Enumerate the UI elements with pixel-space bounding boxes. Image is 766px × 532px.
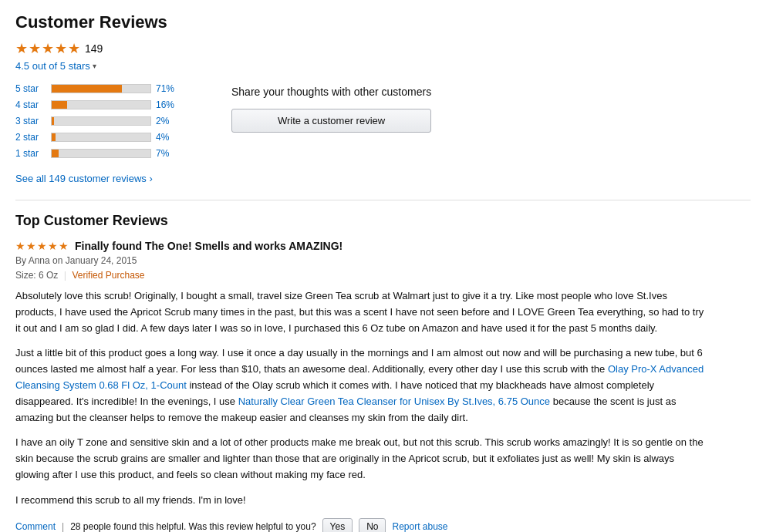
review-footer: Comment | 28 people found this helpful. … bbox=[15, 518, 710, 532]
star-1: ★ bbox=[15, 40, 28, 57]
review-meta: By Anna on January 24, 2015 bbox=[15, 255, 710, 266]
bar-fill-2star bbox=[52, 133, 56, 141]
see-all-reviews-link[interactable]: See all 149 customer reviews › bbox=[15, 173, 153, 184]
histogram-label-1star[interactable]: 1 star bbox=[15, 148, 46, 159]
review-title-row: ★ ★ ★ ★ ★ Finally found The One! Smells … bbox=[15, 240, 710, 252]
review-block: ★ ★ ★ ★ ★ Finally found The One! Smells … bbox=[15, 240, 710, 532]
helpful-text: 28 people found this helpful. Was this r… bbox=[70, 521, 316, 532]
histogram-label-3star[interactable]: 3 star bbox=[15, 116, 46, 126]
write-review-panel: Share your thoughts with other customers… bbox=[231, 82, 431, 184]
histogram-row-4: 4 star 16% bbox=[15, 99, 185, 111]
review-star-5: ★ bbox=[59, 240, 69, 252]
bar-container-1star bbox=[51, 149, 151, 158]
bar-container-4star bbox=[51, 100, 151, 109]
bar-fill-1star bbox=[52, 150, 59, 157]
histogram-row-2: 2 star 4% bbox=[15, 131, 185, 143]
bar-fill-5star bbox=[52, 85, 122, 93]
rating-summary: ★ ★ ★ ★ ★ 149 bbox=[15, 40, 751, 57]
histogram-row-1: 1 star 7% bbox=[15, 147, 185, 160]
bar-fill-4star bbox=[52, 101, 67, 109]
rating-count: 149 bbox=[85, 42, 103, 55]
verified-purchase-badge: Verified Purchase bbox=[72, 270, 144, 281]
rating-text-label: 4.5 out of 5 stars bbox=[15, 60, 90, 72]
histogram-row-3: 3 star 2% bbox=[15, 115, 185, 127]
review-star-3: ★ bbox=[37, 240, 47, 252]
star-3: ★ bbox=[42, 40, 54, 57]
review-star-1: ★ bbox=[15, 240, 25, 252]
bar-container-5star bbox=[51, 84, 151, 93]
histogram-label-4star[interactable]: 4 star bbox=[15, 99, 46, 110]
review-paragraph-1: Absolutely love this scrub! Originally, … bbox=[15, 288, 710, 336]
bar-percent-2star[interactable]: 4% bbox=[156, 132, 177, 143]
histogram-row-5: 5 star 71% bbox=[15, 82, 185, 95]
bar-percent-3star[interactable]: 2% bbox=[156, 116, 177, 126]
review-title: Finally found The One! Smells and works … bbox=[75, 240, 343, 252]
share-thoughts-text: Share your thoughts with other customers bbox=[231, 86, 431, 98]
star-4: ★ bbox=[55, 40, 67, 57]
bar-percent-1star[interactable]: 7% bbox=[156, 148, 177, 159]
review-paragraph-4: I recommend this scrub to all my friends… bbox=[15, 493, 710, 509]
review-paragraph-3: I have an oily T zone and sensitive skin… bbox=[15, 435, 710, 483]
review-date: January 24, 2015 bbox=[66, 255, 137, 266]
reviews-layout: 5 star 71% 4 star 16% 3 star 2% 2 star bbox=[15, 82, 751, 184]
histogram-label-2star[interactable]: 2 star bbox=[15, 132, 46, 143]
review-author: Anna bbox=[29, 255, 50, 266]
comment-link[interactable]: Comment bbox=[15, 521, 56, 532]
review-meta-detail: Size: 6 Oz | Verified Purchase bbox=[15, 269, 710, 281]
bar-percent-5star[interactable]: 71% bbox=[156, 83, 177, 94]
report-abuse-link[interactable]: Report abuse bbox=[392, 521, 447, 532]
no-button[interactable]: No bbox=[359, 518, 386, 532]
bar-container-3star bbox=[51, 116, 151, 126]
product-link-1[interactable]: Olay Pro-X Advanced Cleansing System 0.6… bbox=[15, 363, 704, 391]
dropdown-arrow-icon: ▾ bbox=[93, 62, 96, 70]
yes-button[interactable]: Yes bbox=[322, 518, 353, 532]
pipe-separator: | bbox=[64, 269, 66, 281]
page-title: Customer Reviews bbox=[15, 12, 751, 32]
bar-percent-4star[interactable]: 16% bbox=[156, 99, 177, 110]
rating-histogram: 5 star 71% 4 star 16% 3 star 2% 2 star bbox=[15, 82, 185, 184]
star-5: ★ bbox=[68, 40, 80, 57]
top-reviews-heading: Top Customer Reviews bbox=[15, 213, 751, 229]
review-size: Size: 6 Oz bbox=[15, 270, 58, 281]
histogram-label-5star[interactable]: 5 star bbox=[15, 83, 46, 94]
review-star-4: ★ bbox=[48, 240, 58, 252]
review-star-2: ★ bbox=[26, 240, 36, 252]
product-link-2[interactable]: Naturally Clear Green Tea Cleanser for U… bbox=[238, 396, 550, 407]
bar-fill-3star bbox=[52, 117, 54, 125]
footer-separator-1: | bbox=[62, 521, 64, 532]
bar-container-2star bbox=[51, 133, 151, 142]
star-2: ★ bbox=[29, 40, 41, 57]
rating-text-link[interactable]: 4.5 out of 5 stars ▾ bbox=[15, 60, 751, 72]
see-all-reviews-label: See all 149 customer reviews bbox=[15, 173, 147, 184]
review-paragraph-2: Just a little bit of this product goes a… bbox=[15, 345, 710, 426]
write-review-button[interactable]: Write a customer review bbox=[231, 109, 431, 133]
section-divider bbox=[15, 200, 751, 200]
overall-stars: ★ ★ ★ ★ ★ bbox=[15, 40, 80, 57]
review-stars: ★ ★ ★ ★ ★ bbox=[15, 240, 69, 252]
